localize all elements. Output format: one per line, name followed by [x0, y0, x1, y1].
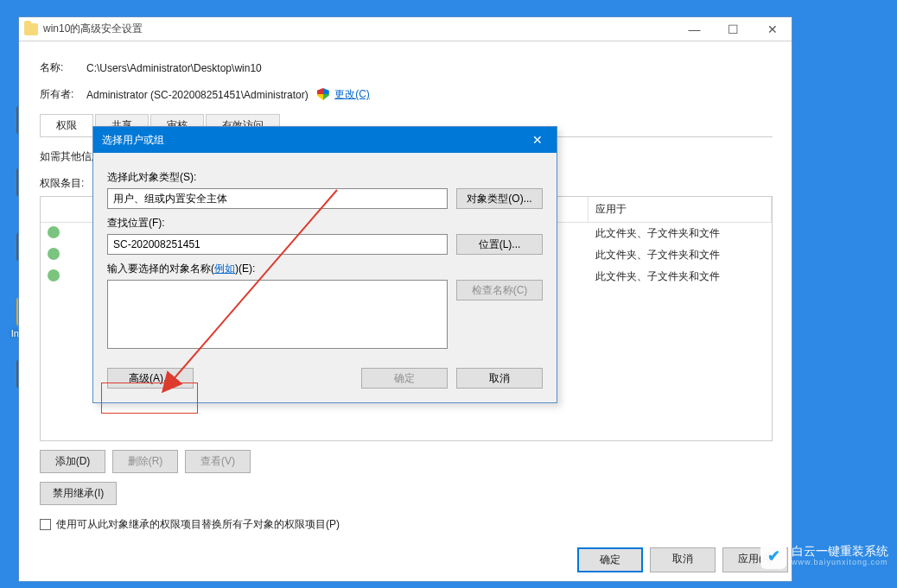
- location-label: 查找位置(F):: [107, 216, 543, 231]
- watermark: ✔ 白云一键重装系统 www.baiyunxitong.com: [760, 543, 888, 569]
- user-icon: [48, 226, 60, 238]
- add-button[interactable]: 添加(D): [40, 450, 105, 473]
- name-label: 名称:: [40, 60, 86, 75]
- close-button[interactable]: ✕: [753, 17, 792, 41]
- window-title: win10的高级安全设置: [43, 22, 143, 36]
- enter-names-label: 输入要选择的对象名称(例如)(E):: [107, 262, 543, 276]
- owner-value: Administrator (SC-202008251451\Administr…: [86, 89, 309, 101]
- name-value: C:\Users\Administrator\Desktop\win10: [86, 62, 262, 74]
- owner-label: 所有者:: [40, 87, 86, 102]
- shield-icon: [317, 88, 329, 100]
- example-link[interactable]: 例如: [214, 262, 235, 275]
- titlebar: win10的高级安全设置 — ☐ ✕: [19, 17, 792, 41]
- col-apply[interactable]: 应用于: [588, 197, 772, 222]
- ok-button[interactable]: 确定: [577, 547, 643, 572]
- object-type-label: 选择此对象类型(S):: [107, 170, 543, 185]
- view-button[interactable]: 查看(V): [185, 450, 251, 473]
- locations-button[interactable]: 位置(L)...: [456, 234, 543, 255]
- watermark-title: 白云一键重装系统: [792, 545, 888, 558]
- object-types-button[interactable]: 对象类型(O)...: [456, 188, 543, 209]
- replace-children-checkbox[interactable]: [40, 519, 51, 530]
- watermark-icon: ✔: [760, 543, 786, 569]
- location-field: [107, 234, 448, 255]
- dialog-close-button[interactable]: ✕: [518, 127, 557, 153]
- select-user-group-dialog: 选择用户或组 ✕ 选择此对象类型(S): 对象类型(O)... 查找位置(F):…: [92, 126, 557, 403]
- minimize-button[interactable]: —: [675, 17, 714, 41]
- cancel-button[interactable]: 取消: [650, 547, 716, 572]
- replace-children-label: 使用可从此对象继承的权限项目替换所有子对象的权限项目(P): [56, 517, 340, 532]
- disable-inherit-button[interactable]: 禁用继承(I): [40, 482, 117, 505]
- check-names-button[interactable]: 检查名称(C): [456, 280, 543, 300]
- user-icon: [48, 248, 60, 260]
- advanced-button[interactable]: 高级(A)...: [107, 368, 194, 389]
- watermark-url: www.baiyunxitong.com: [792, 559, 888, 567]
- object-type-field: [107, 188, 448, 209]
- dialog-cancel-button[interactable]: 取消: [456, 368, 543, 389]
- maximize-button[interactable]: ☐: [714, 17, 753, 41]
- folder-icon: [24, 23, 38, 35]
- dialog-title: 选择用户或组: [102, 133, 164, 148]
- change-owner-link[interactable]: 更改(C): [334, 88, 370, 100]
- dialog-titlebar: 选择用户或组 ✕: [93, 127, 557, 153]
- dialog-ok-button[interactable]: 确定: [361, 368, 448, 389]
- user-icon: [48, 269, 60, 281]
- tab-permissions[interactable]: 权限: [40, 114, 93, 136]
- object-names-input[interactable]: [107, 280, 448, 349]
- remove-button[interactable]: 删除(R): [112, 450, 178, 473]
